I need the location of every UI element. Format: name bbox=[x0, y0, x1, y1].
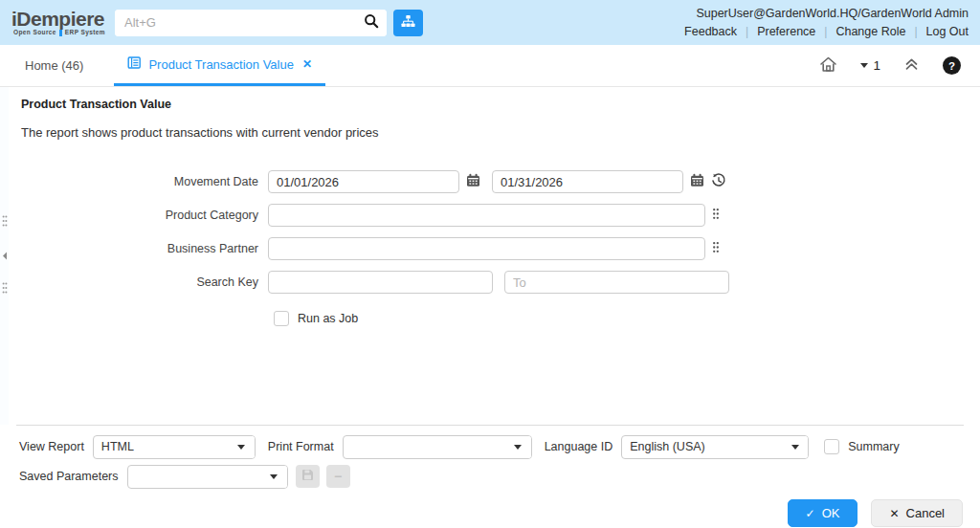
save-parameters-button[interactable] bbox=[296, 465, 320, 488]
splitter-grip-icon bbox=[2, 215, 8, 230]
product-category-label: Product Category bbox=[21, 209, 258, 222]
home-button[interactable] bbox=[819, 55, 837, 77]
desktop-tabbar: Home (46) Product Transaction Value ✕ 1 bbox=[0, 45, 980, 87]
print-format-input[interactable] bbox=[344, 436, 505, 458]
preference-link[interactable]: Preference bbox=[757, 25, 815, 38]
logo-title: iDempiere bbox=[11, 9, 105, 29]
saved-parameters-caret-button[interactable] bbox=[261, 466, 287, 488]
report-icon bbox=[127, 55, 142, 73]
recent-values-button[interactable] bbox=[704, 173, 726, 191]
ok-button[interactable]: ✓ OK bbox=[788, 499, 858, 527]
help-icon: ? bbox=[948, 60, 955, 72]
run-as-job-row: Run as Job bbox=[21, 311, 980, 326]
business-partner-input[interactable] bbox=[268, 237, 705, 260]
search-key-label: Search Key bbox=[21, 275, 258, 289]
chevron-down-icon bbox=[860, 63, 868, 68]
global-search-input[interactable] bbox=[115, 10, 356, 36]
view-report-label: View Report bbox=[19, 440, 84, 453]
view-report-caret-button[interactable] bbox=[229, 436, 255, 458]
save-icon bbox=[301, 469, 314, 484]
run-as-job-checkbox[interactable] bbox=[274, 311, 289, 326]
report-options-row: View Report Print Format Language ID Sum… bbox=[16, 432, 964, 461]
business-partner-more-button[interactable] bbox=[705, 241, 720, 256]
search-key-row: Search Key bbox=[21, 271, 980, 294]
app-header: iDempiere Open Source ERP System bbox=[0, 0, 980, 45]
calendar-icon bbox=[690, 173, 704, 190]
calendar-from-button[interactable] bbox=[459, 173, 480, 190]
menu-tree-button[interactable] bbox=[393, 10, 423, 36]
west-panel-splitter[interactable] bbox=[0, 87, 9, 425]
view-report-input[interactable] bbox=[94, 436, 229, 458]
business-partner-row: Business Partner bbox=[21, 237, 980, 260]
change-role-link[interactable]: Change Role bbox=[835, 25, 905, 38]
search-button[interactable] bbox=[356, 10, 387, 36]
sitemap-icon bbox=[401, 14, 415, 32]
process-panel: Product Transaction Value The report sho… bbox=[0, 87, 980, 425]
help-button[interactable]: ? bbox=[943, 56, 961, 75]
search-key-from-input[interactable] bbox=[268, 271, 493, 294]
language-id-caret-button[interactable] bbox=[782, 436, 808, 458]
product-category-row: Product Category bbox=[21, 204, 980, 227]
language-id-label: Language ID bbox=[545, 440, 613, 453]
splitter-grip-icon bbox=[2, 282, 8, 297]
global-search bbox=[115, 10, 423, 36]
header-menu: Feedback | Preference | Change Role | Lo… bbox=[684, 25, 969, 38]
print-format-label: Print Format bbox=[268, 440, 334, 453]
tab-home[interactable]: Home (46) bbox=[11, 45, 97, 86]
parameter-form: Movement Date bbox=[21, 170, 980, 326]
page-title: Product Transaction Value bbox=[21, 98, 980, 111]
minus-icon: − bbox=[334, 469, 342, 484]
dialog-actions: ✓ OK ✕ Cancel bbox=[16, 499, 964, 527]
more-dots-icon bbox=[712, 241, 720, 256]
movement-date-from-input[interactable] bbox=[268, 170, 459, 193]
chevron-down-icon bbox=[270, 474, 278, 479]
home-icon bbox=[819, 55, 837, 77]
business-partner-label: Business Partner bbox=[21, 242, 258, 255]
movement-date-row: Movement Date bbox=[21, 170, 980, 193]
language-id-input[interactable] bbox=[622, 436, 782, 458]
delete-parameters-button[interactable]: − bbox=[326, 465, 350, 488]
history-icon bbox=[711, 173, 726, 191]
print-format-caret-button[interactable] bbox=[505, 436, 531, 458]
saved-parameters-row: Saved Parameters − bbox=[16, 462, 964, 491]
tabbar-actions: 1 ? bbox=[819, 45, 969, 86]
summary-label: Summary bbox=[848, 440, 899, 453]
chevron-down-icon bbox=[237, 445, 245, 450]
check-icon: ✓ bbox=[806, 507, 815, 520]
logo-tagline-right: ERP System bbox=[65, 30, 105, 36]
feedback-link[interactable]: Feedback bbox=[684, 25, 737, 38]
summary-checkbox[interactable] bbox=[824, 439, 839, 454]
tab-close-icon[interactable]: ✕ bbox=[302, 57, 312, 71]
idempiere-logo: iDempiere Open Source ERP System bbox=[11, 9, 105, 36]
product-category-more-button[interactable] bbox=[705, 208, 720, 223]
run-as-job-label: Run as Job bbox=[298, 312, 358, 325]
tab-product-transaction-value[interactable]: Product Transaction Value ✕ bbox=[114, 45, 325, 86]
search-key-to-input[interactable] bbox=[504, 271, 729, 294]
calendar-to-button[interactable] bbox=[683, 173, 704, 190]
language-id-combo bbox=[621, 435, 809, 459]
double-chevron-up-icon bbox=[903, 56, 920, 75]
saved-parameters-label: Saved Parameters bbox=[19, 470, 119, 483]
product-category-input[interactable] bbox=[268, 204, 705, 227]
idempiere-app: iDempiere Open Source ERP System bbox=[0, 0, 980, 528]
header-user-area: SuperUser@GardenWorld.HQ/GardenWorld Adm… bbox=[684, 7, 969, 38]
chevron-down-icon bbox=[514, 445, 522, 450]
logo-separator bbox=[59, 30, 62, 36]
logo-tagline-left: Open Source bbox=[13, 30, 56, 36]
x-icon: ✕ bbox=[889, 507, 899, 520]
movement-date-label: Movement Date bbox=[21, 175, 258, 188]
saved-parameters-input[interactable] bbox=[128, 466, 261, 488]
log-out-link[interactable]: Log Out bbox=[926, 25, 969, 38]
print-format-combo bbox=[343, 435, 532, 459]
window-switcher[interactable]: 1 bbox=[860, 58, 880, 73]
process-footer: View Report Print Format Language ID Sum… bbox=[16, 425, 964, 528]
saved-parameters-combo bbox=[127, 465, 288, 489]
collapse-left-icon bbox=[2, 249, 8, 263]
collapse-all-button[interactable] bbox=[903, 56, 920, 75]
movement-date-to-input[interactable] bbox=[492, 170, 683, 193]
view-report-combo bbox=[93, 435, 256, 459]
process-description: The report shows product transactions wi… bbox=[21, 125, 980, 140]
tab-label: Product Transaction Value bbox=[148, 57, 294, 72]
cancel-button[interactable]: ✕ Cancel bbox=[871, 499, 963, 527]
search-icon bbox=[364, 13, 379, 32]
